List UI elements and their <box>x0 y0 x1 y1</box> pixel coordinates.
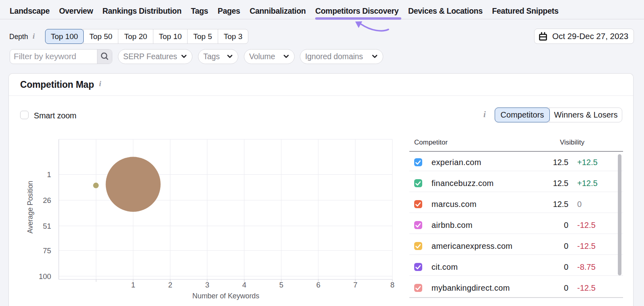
svg-text:5: 5 <box>279 281 283 289</box>
svg-text:4: 4 <box>242 281 246 289</box>
svg-text:75: 75 <box>43 246 51 255</box>
svg-text:1: 1 <box>47 170 51 179</box>
svg-text:7: 7 <box>353 281 357 289</box>
svg-text:Number of Keywords: Number of Keywords <box>192 292 259 300</box>
svg-text:1: 1 <box>131 281 135 289</box>
svg-text:Average Position: Average Position <box>26 181 34 234</box>
svg-text:8: 8 <box>390 281 394 289</box>
svg-text:3: 3 <box>205 281 209 289</box>
svg-text:2: 2 <box>168 281 172 289</box>
svg-text:51: 51 <box>43 222 51 230</box>
svg-text:6: 6 <box>316 281 320 289</box>
svg-text:26: 26 <box>43 196 51 205</box>
svg-text:100: 100 <box>39 272 51 281</box>
